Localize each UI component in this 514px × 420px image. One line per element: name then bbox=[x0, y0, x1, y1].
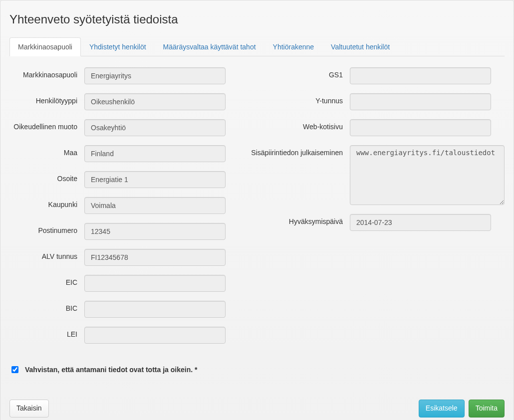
confirm-label: Vahvistan, että antamani tiedot ovat tot… bbox=[25, 366, 197, 374]
input-bic bbox=[84, 301, 226, 318]
tab-yhtiorakenne[interactable]: Yhtiörakenne bbox=[264, 37, 323, 56]
row-eic: EIC bbox=[9, 275, 245, 292]
row-osoite: Osoite bbox=[9, 171, 245, 188]
label-bic: BIC bbox=[9, 301, 84, 312]
row-postinumero: Postinumero bbox=[9, 223, 245, 240]
tab-yhdistetyt-henkilot[interactable]: Yhdistetyt henkilöt bbox=[81, 37, 155, 56]
tabs: Markkinaosapuoli Yhdistetyt henkilöt Mää… bbox=[9, 37, 505, 56]
label-postinumero: Postinumero bbox=[9, 223, 84, 234]
input-maa bbox=[84, 145, 226, 162]
row-kaupunki: Kaupunki bbox=[9, 197, 245, 214]
summary-panel: Yhteenveto syötetyistä tiedoista Markkin… bbox=[0, 0, 514, 420]
footer: Takaisin Esikatsele Toimita bbox=[9, 400, 505, 418]
input-y-tunnus bbox=[350, 93, 491, 110]
input-hyvaksymispaiva bbox=[350, 214, 491, 231]
page-title: Yhteenveto syötetyistä tiedoista bbox=[9, 12, 505, 26]
input-gs1 bbox=[350, 67, 491, 84]
tab-maaraysvaltaa[interactable]: Määräysvaltaa käyttävät tahot bbox=[155, 37, 264, 56]
row-bic: BIC bbox=[9, 301, 245, 318]
row-markkinaosapuoli: Markkinaosapuoli bbox=[9, 67, 245, 84]
row-alv-tunnus: ALV tunnus bbox=[9, 249, 245, 266]
label-sisapiiri: Sisäpiirintiedon julkaiseminen bbox=[250, 145, 350, 157]
tab-valtuutetut[interactable]: Valtuutetut henkilöt bbox=[322, 37, 398, 56]
label-kaupunki: Kaupunki bbox=[9, 197, 84, 209]
row-sisapiiri: Sisäpiirintiedon julkaiseminen bbox=[250, 145, 505, 205]
row-y-tunnus: Y-tunnus bbox=[250, 93, 505, 110]
row-lei: LEI bbox=[9, 327, 245, 344]
row-hyvaksymispaiva: Hyväksymispäivä bbox=[250, 214, 505, 231]
label-hyvaksymispaiva: Hyväksymispäivä bbox=[250, 214, 350, 225]
textarea-sisapiiri bbox=[350, 145, 505, 205]
confirm-checkbox[interactable] bbox=[11, 366, 18, 373]
input-osoite bbox=[84, 171, 226, 188]
back-button[interactable]: Takaisin bbox=[9, 400, 49, 418]
input-henkilotyyppi bbox=[84, 93, 226, 110]
row-maa: Maa bbox=[9, 145, 245, 162]
input-lei bbox=[84, 327, 226, 344]
input-web-kotisivu bbox=[350, 119, 491, 136]
label-lei: LEI bbox=[9, 327, 84, 338]
submit-button[interactable]: Toimita bbox=[469, 400, 505, 418]
form-columns: Markkinaosapuoli Henkilötyyppi Oikeudell… bbox=[9, 67, 505, 353]
input-markkinaosapuoli bbox=[84, 67, 226, 84]
input-eic bbox=[84, 275, 226, 292]
label-y-tunnus: Y-tunnus bbox=[250, 93, 350, 105]
tab-markkinaosapuoli[interactable]: Markkinaosapuoli bbox=[9, 37, 81, 56]
preview-button[interactable]: Esikatsele bbox=[419, 400, 465, 418]
label-eic: EIC bbox=[9, 275, 84, 286]
label-alv-tunnus: ALV tunnus bbox=[9, 249, 84, 260]
column-right: GS1 Y-tunnus Web-kotisivu Sisäpiirintied… bbox=[250, 67, 505, 353]
input-kaupunki bbox=[84, 197, 226, 214]
footer-right: Esikatsele Toimita bbox=[419, 400, 505, 418]
input-alv-tunnus bbox=[84, 249, 226, 266]
input-postinumero bbox=[84, 223, 226, 240]
label-web-kotisivu: Web-kotisivu bbox=[250, 119, 350, 131]
label-maa: Maa bbox=[9, 145, 84, 157]
row-oikeudellinen-muoto: Oikeudellinen muoto bbox=[9, 119, 245, 136]
row-henkilotyyppi: Henkilötyyppi bbox=[9, 93, 245, 110]
label-henkilotyyppi: Henkilötyyppi bbox=[9, 93, 84, 105]
column-left: Markkinaosapuoli Henkilötyyppi Oikeudell… bbox=[9, 67, 245, 353]
label-oikeudellinen-muoto: Oikeudellinen muoto bbox=[9, 119, 84, 131]
confirm-row: Vahvistan, että antamani tiedot ovat tot… bbox=[9, 365, 505, 375]
label-markkinaosapuoli: Markkinaosapuoli bbox=[9, 67, 84, 79]
row-web-kotisivu: Web-kotisivu bbox=[250, 119, 505, 136]
label-gs1: GS1 bbox=[250, 67, 350, 79]
input-oikeudellinen-muoto bbox=[84, 119, 226, 136]
row-gs1: GS1 bbox=[250, 67, 505, 84]
label-osoite: Osoite bbox=[9, 171, 84, 183]
